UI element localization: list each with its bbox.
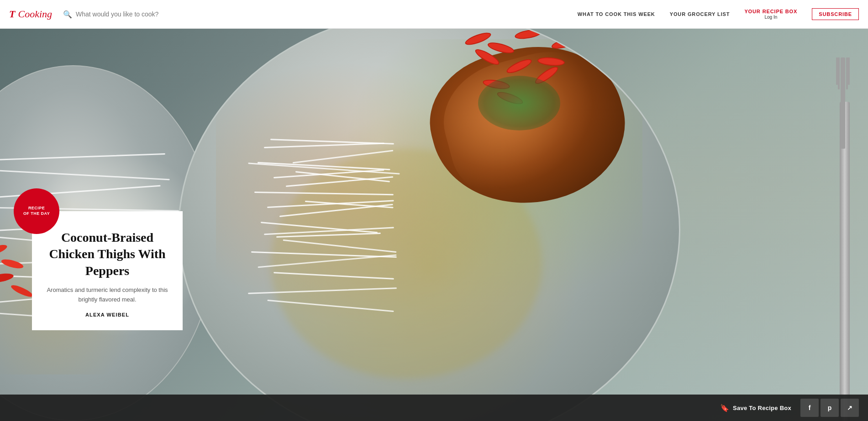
nav-subscribe-button[interactable]: Subscribe: [812, 8, 859, 20]
recipe-of-the-day-badge[interactable]: RECIPE OF THE DAY: [14, 188, 59, 234]
fork-tines-icon: [831, 57, 854, 149]
pepper: [551, 36, 579, 51]
bookmark-icon: 🔖: [720, 404, 729, 412]
recipe-badge-text: RECIPE OF THE DAY: [23, 206, 50, 216]
nav-recipe-box-sublabel: Log In: [764, 15, 777, 20]
header: T Cooking 🔍 What To Cook This Week Your …: [0, 0, 868, 29]
search-container: 🔍: [63, 10, 218, 19]
share-button[interactable]: ↗: [841, 399, 859, 417]
logo-t-icon: T: [9, 8, 15, 20]
bottom-action-bar: 🔖 Save To Recipe Box f p ↗: [0, 395, 868, 421]
pepper: [537, 56, 565, 67]
main-nav: What To Cook This Week Your Grocery List…: [578, 8, 859, 20]
recipe-card[interactable]: Coconut-Braised Chicken Thighs With Pepp…: [32, 211, 183, 330]
nav-recipe-box-label: Your Recipe Box: [744, 9, 797, 14]
logo-cooking-text: Cooking: [18, 8, 52, 20]
bowl-main: [178, 29, 680, 421]
pepper: [487, 41, 516, 56]
svg-rect-3: [836, 57, 838, 85]
search-input[interactable]: [76, 10, 218, 18]
nav-grocery-list[interactable]: Your Grocery List: [670, 11, 730, 17]
save-to-recipe-label: Save To Recipe Box: [733, 405, 791, 411]
save-to-recipe-button[interactable]: 🔖 Save To Recipe Box: [713, 400, 799, 416]
noodle: [286, 177, 393, 187]
nav-recipe-box[interactable]: Your Recipe Box Log In: [744, 9, 797, 20]
herb-garnish: [478, 76, 560, 130]
recipe-description: Aromatics and turmeric lend complexity t…: [46, 286, 169, 305]
recipe-title: Coconut-Braised Chicken Thighs With Pepp…: [46, 229, 169, 279]
search-icon: 🔍: [63, 10, 72, 19]
facebook-icon: f: [809, 404, 811, 411]
noodle: [276, 233, 381, 238]
noodle: [254, 192, 394, 195]
facebook-share-button[interactable]: f: [800, 399, 819, 417]
nav-what-to-cook[interactable]: What To Cook This Week: [578, 11, 655, 17]
share-icon: ↗: [847, 404, 852, 411]
recipe-author: ALEXA WEIBEL: [46, 312, 169, 317]
pinterest-icon: p: [828, 404, 832, 411]
logo[interactable]: T Cooking: [9, 8, 52, 20]
svg-rect-2: [846, 57, 848, 89]
hero-section: RECIPE OF THE DAY Coconut-Braised Chicke…: [0, 29, 868, 421]
noodle: [264, 143, 384, 148]
svg-rect-1: [838, 57, 840, 89]
pepper: [514, 29, 542, 41]
fork: [840, 102, 850, 421]
svg-rect-4: [848, 57, 850, 85]
svg-rect-0: [841, 57, 845, 149]
pinterest-share-button[interactable]: p: [821, 399, 839, 417]
pepper: [505, 57, 533, 76]
